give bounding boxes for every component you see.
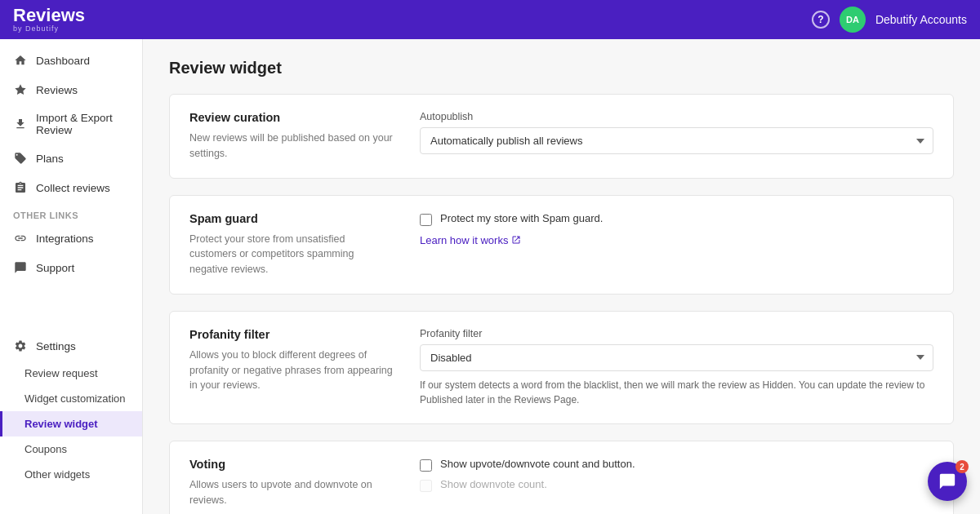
sidebar-sub-label-widget-customization: Widget customization bbox=[24, 392, 126, 405]
learn-how-link[interactable]: Learn how it works bbox=[420, 234, 521, 246]
sidebar-sub-review-request[interactable]: Review request bbox=[0, 361, 142, 386]
sidebar-item-integrations[interactable]: Integrations bbox=[0, 224, 142, 253]
sidebar-sub-coupons[interactable]: Coupons bbox=[0, 436, 142, 462]
header: Reviews by Debutify ? DA Debutify Accoun… bbox=[0, 0, 980, 39]
spam-guard-checkbox-row: Protect my store with Spam guard. bbox=[420, 212, 933, 226]
section-controls-profanity: Profanity filter Disabled Low Medium Hig… bbox=[420, 328, 933, 407]
upvote-checkbox[interactable] bbox=[420, 459, 432, 472]
logo-title: Reviews bbox=[13, 7, 85, 24]
sidebar-item-import-export[interactable]: Import & Export Review bbox=[0, 104, 142, 144]
star-icon bbox=[13, 82, 28, 97]
sidebar-item-dashboard[interactable]: Dashboard bbox=[0, 46, 142, 75]
user-name: Debutify Accounts bbox=[875, 13, 967, 26]
section-desc-spam-guard: Protect your store from unsatisfied cust… bbox=[189, 232, 394, 277]
autopublish-label: Autopublish bbox=[420, 111, 933, 122]
settings-header[interactable]: Settings bbox=[0, 331, 142, 361]
profanity-filter-label: Profanity filter bbox=[420, 328, 933, 339]
upvote-checkbox-row: Show upvote/downvote count and button. bbox=[420, 458, 933, 472]
sidebar-label-import-export: Import & Export Review bbox=[36, 112, 129, 136]
sidebar-item-collect-reviews[interactable]: Collect reviews bbox=[0, 173, 142, 202]
sidebar-label-integrations: Integrations bbox=[36, 233, 94, 245]
sidebar-label-support: Support bbox=[36, 262, 74, 274]
sidebar-label-dashboard: Dashboard bbox=[36, 55, 90, 67]
settings-label: Settings bbox=[36, 340, 76, 352]
profanity-filter-select[interactable]: Disabled Low Medium High bbox=[420, 344, 933, 371]
sidebar-label-plans: Plans bbox=[36, 153, 64, 165]
section-info-profanity: Profanity filter Allows you to block dif… bbox=[189, 328, 394, 407]
profanity-hint: If our system detects a word from the bl… bbox=[420, 378, 933, 407]
section-controls-review-curation: Autopublish Automatically publish all re… bbox=[420, 111, 933, 162]
chat-icon bbox=[13, 260, 28, 275]
section-spam-guard: Spam guard Protect your store from unsat… bbox=[169, 195, 954, 295]
gear-icon bbox=[13, 339, 28, 353]
main-content: Review widget Review curation New review… bbox=[143, 39, 980, 514]
downvote-checkbox[interactable] bbox=[420, 480, 432, 492]
sidebar-sub-review-widget[interactable]: Review widget bbox=[0, 411, 142, 436]
learn-how-text: Learn how it works bbox=[420, 234, 508, 246]
spam-guard-checkbox-label: Protect my store with Spam guard. bbox=[440, 212, 603, 224]
section-title-voting: Voting bbox=[189, 458, 394, 471]
sidebar-sub-widget-customization[interactable]: Widget customization bbox=[0, 386, 142, 411]
link-icon bbox=[13, 231, 28, 246]
download-icon bbox=[13, 117, 28, 131]
section-title-review-curation: Review curation bbox=[189, 111, 394, 124]
downvote-checkbox-label: Show downvote count. bbox=[440, 478, 547, 490]
external-link-icon bbox=[511, 235, 521, 245]
section-controls-voting: Show upvote/downvote count and button. S… bbox=[420, 458, 933, 508]
logo-subtitle: by Debutify bbox=[13, 24, 85, 33]
section-info-review-curation: Review curation New reviews will be publ… bbox=[189, 111, 394, 162]
sidebar-sub-label-other-widgets: Other widgets bbox=[24, 468, 90, 481]
section-desc-profanity: Allows you to block different degrees of… bbox=[189, 348, 394, 393]
section-voting: Voting Allows users to upvote and downvo… bbox=[169, 441, 954, 514]
other-links-label: OTHER LINKS bbox=[0, 202, 142, 224]
chat-bubble-icon bbox=[938, 472, 956, 490]
section-title-profanity: Profanity filter bbox=[189, 328, 394, 341]
sidebar-sub-label-review-request: Review request bbox=[24, 367, 98, 379]
upvote-checkbox-label: Show upvote/downvote count and button. bbox=[440, 458, 635, 470]
section-controls-spam-guard: Protect my store with Spam guard. Learn … bbox=[420, 212, 933, 277]
chat-bubble[interactable]: 2 bbox=[928, 462, 967, 501]
sidebar-label-reviews: Reviews bbox=[36, 84, 78, 96]
avatar: DA bbox=[840, 7, 866, 33]
chat-badge: 2 bbox=[956, 460, 969, 473]
header-right: ? DA Debutify Accounts bbox=[812, 7, 967, 33]
clipboard-icon bbox=[13, 180, 28, 195]
tag-icon bbox=[13, 151, 28, 166]
home-icon bbox=[13, 53, 28, 68]
sidebar: Dashboard Reviews Import & Export Review… bbox=[0, 39, 143, 514]
sidebar-label-collect-reviews: Collect reviews bbox=[36, 182, 110, 194]
section-desc-review-curation: New reviews will be published based on y… bbox=[189, 131, 394, 162]
section-review-curation: Review curation New reviews will be publ… bbox=[169, 94, 954, 179]
logo: Reviews by Debutify bbox=[13, 7, 85, 33]
autopublish-select[interactable]: Automatically publish all reviews Do not… bbox=[420, 127, 933, 154]
sidebar-item-support[interactable]: Support bbox=[0, 253, 142, 282]
sidebar-item-plans[interactable]: Plans bbox=[0, 144, 142, 173]
sidebar-sub-label-review-widget: Review widget bbox=[24, 418, 98, 430]
section-title-spam-guard: Spam guard bbox=[189, 212, 394, 225]
section-profanity-filter: Profanity filter Allows you to block dif… bbox=[169, 311, 954, 424]
sidebar-sub-other-widgets[interactable]: Other widgets bbox=[0, 462, 142, 487]
downvote-checkbox-row: Show downvote count. bbox=[420, 478, 933, 492]
page-title: Review widget bbox=[169, 59, 954, 78]
spam-guard-checkbox[interactable] bbox=[420, 214, 432, 226]
help-icon[interactable]: ? bbox=[812, 11, 830, 29]
section-desc-voting: Allows users to upvote and downvote on r… bbox=[189, 477, 394, 508]
sidebar-sub-label-coupons: Coupons bbox=[24, 443, 67, 455]
sidebar-item-reviews[interactable]: Reviews bbox=[0, 75, 142, 104]
layout: Dashboard Reviews Import & Export Review… bbox=[0, 39, 980, 514]
section-info-spam-guard: Spam guard Protect your store from unsat… bbox=[189, 212, 394, 277]
section-info-voting: Voting Allows users to upvote and downvo… bbox=[189, 458, 394, 508]
